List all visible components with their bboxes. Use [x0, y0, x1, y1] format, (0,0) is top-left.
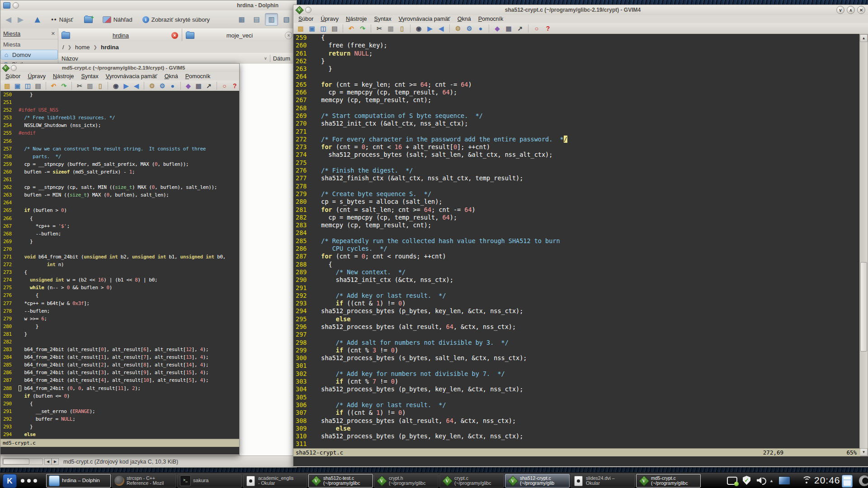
save-all-button[interactable]: ◫	[318, 24, 328, 33]
breadcrumb-item-hrdina[interactable]: hrdina	[101, 44, 119, 51]
undo-button[interactable]: ↶	[49, 81, 58, 90]
save-button[interactable]: ▣	[307, 24, 317, 33]
device-notifier-icon[interactable]	[842, 475, 853, 488]
column-name[interactable]: Názov	[58, 55, 264, 62]
task-button-sakura[interactable]: >_sakura	[177, 474, 242, 488]
gvim-left-titlebar[interactable]: V md5-crypt.c (~/programy/glibc-2.19/cry…	[0, 64, 239, 72]
print-button[interactable]: ▤	[330, 24, 340, 33]
places-close-icon[interactable]: ✕	[51, 31, 55, 37]
menu-vyrovn-vacia-pam-[interactable]: Vyrovnávacia pamäť	[103, 72, 160, 80]
cut-button[interactable]: ✂	[75, 81, 84, 90]
tab-close-icon[interactable]: ×	[285, 32, 292, 39]
scrollbar-thumb[interactable]	[860, 262, 867, 352]
view-icons-button[interactable]: ▦	[235, 13, 248, 26]
volume-tray-icon[interactable]	[757, 477, 767, 484]
task-button-strcspn-c-[interactable]: strcspn - C++Reference - Mozil	[112, 474, 176, 488]
task-button-academic-englis[interactable]: academic_englis- Okular	[243, 474, 307, 488]
task-button-md5-crypt-c[interactable]: Vmd5-crypt.c(~/programy/glibc	[636, 474, 701, 488]
messages-tray-icon[interactable]	[727, 477, 737, 485]
find-prev-button[interactable]: ◀	[436, 24, 446, 33]
menu--pravy[interactable]: Úpravy	[24, 72, 49, 80]
scroll-right-arrow[interactable]: ▶	[52, 458, 59, 465]
window-menu-button[interactable]	[11, 65, 17, 71]
task-button-sha512c-test-c[interactable]: Vsha512c-test.c(~/programy/glibc	[308, 474, 373, 488]
place-item-domov[interactable]: ⌂Domov	[0, 50, 58, 60]
menu-pomocn-k[interactable]: Pomocník	[182, 72, 214, 80]
menu-syntax[interactable]: Syntax	[78, 72, 102, 80]
paste-button[interactable]: ▯	[397, 24, 407, 33]
save-button[interactable]: ▣	[13, 81, 22, 90]
kmenu-button[interactable]: K	[3, 474, 17, 488]
gvim-right-textarea[interactable]: 259 {260 free (free_key);261 return NULL…	[293, 34, 860, 448]
menu-pomocn-k[interactable]: Pomocník	[475, 15, 507, 23]
session-load-button[interactable]: ⚙	[453, 24, 463, 33]
run-script-button[interactable]: ●	[476, 24, 486, 33]
gvim-right-titlebar[interactable]: V sha512-crypt.c (~/programy/glibc-2.19/…	[293, 5, 868, 15]
paste-button[interactable]: ▯	[96, 81, 105, 90]
find-replace-button[interactable]: ◉	[111, 81, 120, 90]
open-button[interactable]: ▨	[3, 81, 12, 90]
find-button[interactable]: ●● Nájsť	[49, 15, 75, 24]
shield-tray-icon[interactable]: ✓	[743, 476, 750, 485]
redo-button[interactable]: ↷	[60, 81, 69, 90]
wifi-tray-icon[interactable]	[801, 476, 812, 484]
save-all-button[interactable]: ◫	[23, 81, 32, 90]
print-button[interactable]: ▤	[33, 81, 42, 90]
menu-s-bor[interactable]: Súbor	[2, 72, 24, 80]
view-preview-button[interactable]: ▧	[280, 13, 293, 26]
menu--pravy[interactable]: Úpravy	[317, 15, 342, 23]
menu-vyrovn-vacia-pam-[interactable]: Vyrovnávacia pamäť	[396, 15, 453, 23]
find-next-button[interactable]: ▶	[122, 81, 131, 90]
task-button-sha512-crypt-c[interactable]: Vsha512-crypt.c(~/programy/glib	[505, 474, 570, 488]
build-tags-button[interactable]: ▦	[504, 24, 514, 33]
scrollbar-thumb[interactable]	[3, 459, 29, 465]
make-button[interactable]: ◆	[184, 81, 193, 90]
maximize-button[interactable]: ∧	[847, 6, 855, 14]
view-details-button[interactable]: ▤	[250, 13, 263, 26]
jump-tag-button[interactable]: ↗	[515, 24, 525, 33]
menu-n-stroje[interactable]: Nástroje	[50, 72, 77, 80]
monitor-tray-icon[interactable]	[778, 476, 790, 487]
gvim-left-textarea[interactable]: 250 }251252#ifdef USE_NSS253 /* Free lib…	[0, 91, 239, 439]
session-save-button[interactable]: ⚙	[158, 81, 167, 90]
vertical-scrollbar[interactable]: ▲ ▼	[859, 34, 868, 456]
breadcrumb-item-home[interactable]: home	[75, 44, 90, 51]
help-find-button[interactable]: ?	[543, 24, 553, 33]
help-find-button[interactable]: ?	[230, 81, 239, 90]
close-button[interactable]: ✕	[857, 6, 865, 14]
undo-button[interactable]: ↶	[346, 24, 356, 33]
view-columns-button[interactable]: ▥	[265, 13, 278, 26]
scroll-down-arrow[interactable]: ▼	[860, 448, 868, 456]
make-button[interactable]: ◆	[492, 24, 502, 33]
dolphin-menu-button[interactable]	[13, 2, 19, 9]
menu-syntax[interactable]: Syntax	[371, 15, 395, 23]
run-script-button[interactable]: ●	[168, 81, 177, 90]
show-hidden-button[interactable]: i Zobraziť skryté súbory	[140, 15, 212, 24]
menu-s-bor[interactable]: Súbor	[295, 15, 316, 23]
preview-button[interactable]: Náhľad	[100, 15, 135, 24]
find-prev-button[interactable]: ◀	[132, 81, 141, 90]
menu-n-stroje[interactable]: Nástroje	[343, 15, 370, 23]
task-button-hrdina-dolphin[interactable]: hrdina – Dolphin	[46, 474, 111, 488]
panel-toolbox-cashew[interactable]	[859, 475, 868, 486]
scroll-up-arrow[interactable]: ▲	[860, 34, 868, 42]
tab-moje-veci[interactable]: moje_veci ×	[182, 28, 297, 42]
jump-tag-button[interactable]: ↗	[204, 81, 213, 90]
find-replace-button[interactable]: ◉	[414, 24, 424, 33]
help-button[interactable]: ○	[220, 81, 229, 90]
tab-close-icon[interactable]: ×	[171, 32, 178, 39]
breadcrumb-item-root[interactable]: /	[62, 44, 64, 51]
back-button[interactable]: ◀	[3, 14, 14, 25]
minimize-button[interactable]: ∨	[836, 6, 844, 14]
menu-okn-[interactable]: Okná	[454, 15, 474, 23]
find-next-button[interactable]: ▶	[425, 24, 435, 33]
copy-button[interactable]: ▥	[85, 81, 94, 90]
session-save-button[interactable]: ⚙	[464, 24, 474, 33]
clock[interactable]: 20:46	[814, 475, 840, 486]
redo-button[interactable]: ↷	[358, 24, 368, 33]
window-menu-button[interactable]	[305, 7, 311, 13]
horizontal-scrollbar[interactable]	[2, 458, 43, 465]
cut-button[interactable]: ✂	[374, 24, 384, 33]
forward-button[interactable]: ▶	[15, 14, 26, 25]
new-folder-button[interactable]: +	[82, 15, 95, 24]
